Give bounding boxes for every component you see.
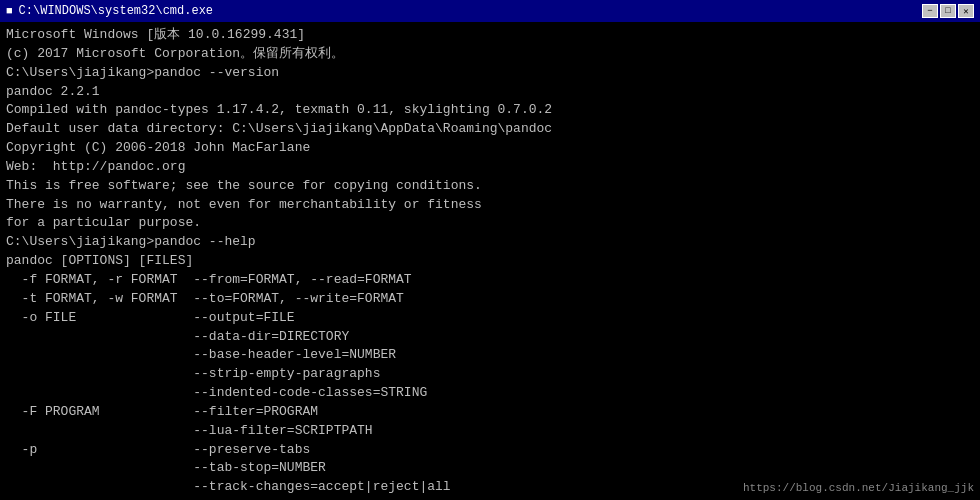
console-line: Web: http://pandoc.org (6, 158, 974, 177)
minimize-button[interactable]: − (922, 4, 938, 18)
cmd-icon: ■ (6, 5, 13, 17)
console-line: --indented-code-classes=STRING (6, 384, 974, 403)
console-line: --base-header-level=NUMBER (6, 346, 974, 365)
console-line: This is free software; see the source fo… (6, 177, 974, 196)
console-line: --data-dir=DIRECTORY (6, 328, 974, 347)
console-line: -o FILE --output=FILE (6, 309, 974, 328)
console-line: There is no warranty, not even for merch… (6, 196, 974, 215)
watermark: https://blog.csdn.net/Jiajikang_jjk (743, 482, 974, 494)
console-line: C:\Users\jiajikang>pandoc --version (6, 64, 974, 83)
console-line: --tab-stop=NUMBER (6, 459, 974, 478)
console-line: --lua-filter=SCRIPTPATH (6, 422, 974, 441)
console-line: pandoc [OPTIONS] [FILES] (6, 252, 974, 271)
title-bar: ■ C:\WINDOWS\system32\cmd.exe − □ ✕ (0, 0, 980, 22)
console-line: pandoc 2.2.1 (6, 83, 974, 102)
console-line: Compiled with pandoc-types 1.17.4.2, tex… (6, 101, 974, 120)
console-line: -f FORMAT, -r FORMAT --from=FORMAT, --re… (6, 271, 974, 290)
console-line: Default user data directory: C:\Users\ji… (6, 120, 974, 139)
console-line: -F PROGRAM --filter=PROGRAM (6, 403, 974, 422)
console-line: Copyright (C) 2006-2018 John MacFarlane (6, 139, 974, 158)
console-line: Microsoft Windows [版本 10.0.16299.431] (6, 26, 974, 45)
close-button[interactable]: ✕ (958, 4, 974, 18)
console-line: -p --preserve-tabs (6, 441, 974, 460)
console-line: for a particular purpose. (6, 214, 974, 233)
title-bar-text: C:\WINDOWS\system32\cmd.exe (19, 4, 213, 18)
console-line: -t FORMAT, -w FORMAT --to=FORMAT, --writ… (6, 290, 974, 309)
console-line: C:\Users\jiajikang>pandoc --help (6, 233, 974, 252)
console-line: (c) 2017 Microsoft Corporation。保留所有权利。 (6, 45, 974, 64)
maximize-button[interactable]: □ (940, 4, 956, 18)
console-area: Microsoft Windows [版本 10.0.16299.431](c)… (0, 22, 980, 500)
console-line: --strip-empty-paragraphs (6, 365, 974, 384)
